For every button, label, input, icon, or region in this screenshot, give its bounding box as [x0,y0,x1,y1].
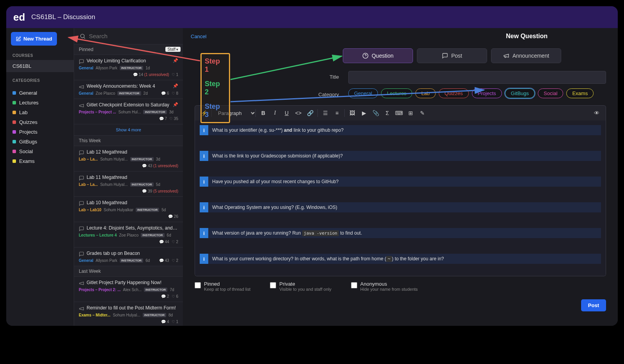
title-input[interactable] [348,71,606,84]
new-question-heading: New Question [506,33,548,40]
search-icon [80,33,86,39]
category-pill-general[interactable]: General [348,88,378,98]
category-dot [12,159,16,163]
category-pill-quizzes[interactable]: Quizzes [439,88,469,98]
logo: ed [13,11,25,23]
image-button[interactable]: 🖼 [347,108,357,118]
sidebar-course-item[interactable]: CS61BL [6,60,74,72]
category-pill-lab[interactable]: Lab [415,88,436,98]
bullet-list-button[interactable]: ☰ [320,108,330,118]
thread-item[interactable]: Lab 11 Megathread Lab – La...Sohum Hulya… [74,171,183,197]
section-header: This Week [74,136,183,146]
info-block: iHave you pushed all of your most recent… [200,177,601,187]
search-input[interactable] [89,33,177,39]
pin-icon: 📌 [173,102,178,107]
info-block: iWhat is your identifier (e.g. su-***) a… [200,125,601,135]
category-dot [12,120,16,124]
category-dot [12,91,16,95]
category-dot [12,101,16,104]
bold-button[interactable]: B [258,108,268,118]
lightning-icon[interactable]: ⚡ [199,108,209,118]
edit-icon [16,36,21,42]
preview-button[interactable]: 👁 [592,108,602,118]
category-dot [12,150,16,153]
thread-item[interactable]: Weekly Announcements: Week 4📌 GeneralZoe… [74,80,183,99]
info-block: iWhat version of java are you running? R… [200,228,601,238]
pin-icon: 📌 [173,58,178,63]
thread-item[interactable]: Reminder to fill out the Post Midterm Fo… [74,302,183,326]
thread-item[interactable]: Gitlet Checkpoint Extension to Saturday📌… [74,99,183,124]
category-label: Category [195,88,343,97]
underline-button[interactable]: U [282,108,292,118]
video-button[interactable]: ▶ [359,108,369,118]
link-button[interactable]: 🔗 [305,108,315,118]
option-pinned-checkbox[interactable] [195,282,201,288]
announcement-icon [503,53,509,59]
category-pill-exams[interactable]: Exams [566,88,594,98]
sidebar-category-gitbugs[interactable]: GitBugs [6,137,74,147]
thread-item[interactable]: Velocity Limiting Clarification📌 General… [74,55,183,80]
staff-badge[interactable]: Staff▾ [165,47,181,52]
thread-item[interactable]: Lab 10 Megathread Lab – Lab10Sohum Hulya… [74,197,183,222]
info-icon: i [200,228,208,238]
info-block: iWhat Operating System are you using? (E… [200,202,601,212]
category-dot [12,130,16,134]
number-list-button[interactable]: ≡ [332,108,342,118]
tab-question[interactable]: Question [343,48,413,63]
option-anonymous-checkbox[interactable] [351,282,357,288]
post-button[interactable]: Post [581,299,606,311]
svg-point-0 [81,34,84,37]
editor-toolbar: ⚡ Paragraph ▾ B I U <> 🔗 ☰ ≡ 🖼 ▶ 📎 Σ ⌨ ⊞ [195,105,606,120]
embed-button[interactable]: ⊞ [406,108,416,118]
course-title: CS61BL – Discussion [31,13,95,21]
category-pill-social[interactable]: Social [538,88,563,98]
info-icon: i [200,202,208,212]
thread-item[interactable]: Lecture 4: Disjoint Sets, Asymptotics, a… [74,222,183,247]
info-icon: i [200,151,208,161]
thread-list: Staff▾ Pinned Velocity Limiting Clarific… [74,28,183,326]
sidebar-category-general[interactable]: General [6,88,74,98]
category-pill-gitbugs[interactable]: GitBugs [505,88,535,98]
pin-icon: 📌 [173,83,178,88]
tab-announcement[interactable]: Announcement [491,48,561,63]
post-icon [442,53,448,59]
info-block: iWhat is the link to your Gradescope sub… [200,151,601,161]
title-label: Title [195,71,343,80]
info-block: iWhat is your current working directory?… [200,254,601,264]
info-icon: i [200,125,208,135]
info-icon: i [200,254,208,264]
sidebar-category-exams[interactable]: Exams [6,156,74,166]
codeblock-button[interactable]: ⌨ [394,108,404,118]
attach-button[interactable]: 📎 [370,108,381,118]
sidebar-category-social[interactable]: Social [6,147,74,156]
sidebar-category-lab[interactable]: Lab [6,108,74,117]
thread-item[interactable]: Grades tab up on Beacon GeneralAllyson P… [74,247,183,266]
courses-header: COURSES [6,51,74,60]
category-pill-lectures[interactable]: Lectures [381,88,412,98]
editor-body[interactable]: iWhat is your identifier (e.g. su-***) a… [195,120,606,276]
category-dot [12,140,16,143]
section-header: Last Week [74,266,183,277]
code-button[interactable]: <> [293,108,303,118]
format-select[interactable]: Paragraph [214,109,256,117]
tab-post[interactable]: Post [417,48,487,63]
thread-item[interactable]: Lab 12 Megathread Lab – La...Sohum Hulya… [74,146,183,171]
new-thread-label: New Thread [23,36,52,42]
italic-button[interactable]: I [270,108,280,118]
category-dot [12,111,16,114]
cancel-link[interactable]: Cancel [191,34,206,39]
sidebar-category-quizzes[interactable]: Quizzes [6,117,74,127]
draw-button[interactable]: ✎ [417,108,427,118]
sidebar-category-projects[interactable]: Projects [6,127,74,137]
thread-item[interactable]: Gitlet Project Party Happening Now! Proj… [74,277,183,302]
sidebar-category-lectures[interactable]: Lectures [6,98,74,108]
option-private-checkbox[interactable] [270,282,276,288]
category-pill-projects[interactable]: Projects [472,88,502,98]
info-icon: i [200,177,208,187]
math-button[interactable]: Σ [382,108,392,118]
show-more-link[interactable]: Show 4 more [74,124,183,136]
new-thread-button[interactable]: New Thread [11,32,57,46]
categories-header: CATEGORIES [6,76,74,85]
sidebar: New Thread COURSES CS61BL CATEGORIES Gen… [6,28,74,326]
question-icon [362,53,369,59]
